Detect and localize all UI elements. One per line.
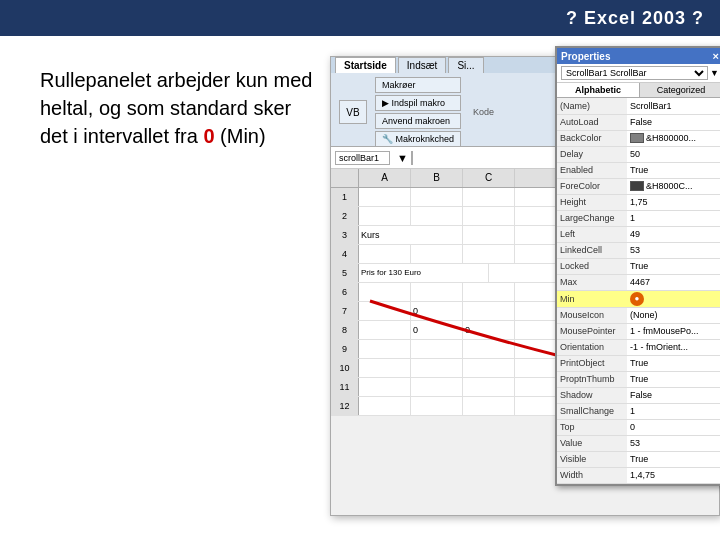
- prop-value[interactable]: 1: [627, 403, 720, 419]
- cell[interactable]: [411, 397, 463, 415]
- cell[interactable]: [463, 340, 515, 358]
- props-dropdown: ScrollBar1 ScrollBar ▼: [557, 64, 720, 83]
- cell[interactable]: [463, 378, 515, 396]
- text-paren: (Min): [215, 125, 266, 147]
- btn-indspil[interactable]: ▶ Indspil makro: [375, 95, 461, 111]
- prop-value[interactable]: 50: [627, 146, 720, 162]
- header-bar: ? Excel 2003 ?: [0, 0, 720, 36]
- prop-value[interactable]: 1 - fmMousePo...: [627, 323, 720, 339]
- tab-indsaet[interactable]: Indsæt: [398, 57, 447, 73]
- list-item: ForeColor &H8000C...: [557, 178, 720, 194]
- props-close-button[interactable]: ×: [713, 50, 719, 62]
- btn-anvend[interactable]: Anvend makroen: [375, 113, 461, 129]
- prop-name: Locked: [557, 258, 627, 274]
- prop-name: Left: [557, 226, 627, 242]
- prop-name: PrintObject: [557, 355, 627, 371]
- cell[interactable]: [463, 283, 515, 301]
- prop-name: ProptnThumb: [557, 371, 627, 387]
- main-text: Rullepanelet arbejder kun med heltal, og…: [40, 66, 360, 150]
- prop-value[interactable]: True: [627, 451, 720, 467]
- tab-categorized[interactable]: Categorized: [640, 83, 720, 97]
- list-item: ProptnThumb True: [557, 371, 720, 387]
- cell[interactable]: [411, 359, 463, 377]
- props-object-select[interactable]: ScrollBar1 ScrollBar: [561, 66, 708, 80]
- cell[interactable]: [463, 226, 515, 244]
- tab-sidelayout[interactable]: Si...: [448, 57, 483, 73]
- list-item: Orientation -1 - fmOrient...: [557, 339, 720, 355]
- text-line3: det i intervallet fra: [40, 125, 203, 147]
- list-item: Top 0: [557, 419, 720, 435]
- list-item: Locked True: [557, 258, 720, 274]
- list-item: Enabled True: [557, 162, 720, 178]
- list-item: MouseIcon (None): [557, 307, 720, 323]
- prop-value[interactable]: 4467: [627, 274, 720, 290]
- prop-name: Shadow: [557, 387, 627, 403]
- cell-c8[interactable]: 0: [463, 321, 515, 339]
- list-item: Max 4467: [557, 274, 720, 290]
- prop-value[interactable]: ●: [627, 290, 720, 307]
- list-item: SmallChange 1: [557, 403, 720, 419]
- cell[interactable]: [411, 207, 463, 225]
- prop-value[interactable]: 53: [627, 242, 720, 258]
- cell[interactable]: [411, 283, 463, 301]
- tab-alphabetic[interactable]: Alphabetic: [557, 83, 640, 97]
- list-item: LinkedCell 53: [557, 242, 720, 258]
- prop-name: MouseIcon: [557, 307, 627, 323]
- text-line2: heltal, og som standard sker: [40, 97, 291, 119]
- prop-value[interactable]: True: [627, 258, 720, 274]
- prop-value[interactable]: 49: [627, 226, 720, 242]
- prop-value[interactable]: 0: [627, 419, 720, 435]
- cell[interactable]: [463, 302, 515, 320]
- prop-name: Height: [557, 194, 627, 210]
- cell[interactable]: [463, 397, 515, 415]
- prop-name: MousePointer: [557, 323, 627, 339]
- prop-value[interactable]: -1 - fmOrient...: [627, 339, 720, 355]
- cell-b8[interactable]: 0: [411, 321, 463, 339]
- col-header-c: C: [463, 169, 515, 187]
- zero-highlight: 0: [203, 125, 214, 147]
- cell[interactable]: [463, 359, 515, 377]
- prop-value[interactable]: 1,4,75: [627, 467, 720, 483]
- prop-name: BackColor: [557, 130, 627, 146]
- color-swatch: [630, 133, 644, 143]
- prop-name: Enabled: [557, 162, 627, 178]
- prop-name: SmallChange: [557, 403, 627, 419]
- list-item: Width 1,4,75: [557, 467, 720, 483]
- prop-value[interactable]: True: [627, 355, 720, 371]
- prop-name: Top: [557, 419, 627, 435]
- list-item: Value 53: [557, 435, 720, 451]
- prop-value[interactable]: 1,75: [627, 194, 720, 210]
- cell[interactable]: [411, 378, 463, 396]
- list-item: Left 49: [557, 226, 720, 242]
- prop-value[interactable]: False: [627, 114, 720, 130]
- col-header-b: B: [411, 169, 463, 187]
- prop-value[interactable]: (None): [627, 307, 720, 323]
- props-tabs: Alphabetic Categorized: [557, 83, 720, 98]
- prop-value[interactable]: True: [627, 162, 720, 178]
- list-item: LargeChange 1: [557, 210, 720, 226]
- cell[interactable]: [463, 207, 515, 225]
- cell[interactable]: [411, 340, 463, 358]
- formula-divider: [411, 151, 413, 165]
- min-indicator: ●: [630, 292, 644, 306]
- btn-makrokn[interactable]: 🔧 Makroknkched: [375, 131, 461, 147]
- cell[interactable]: [411, 245, 463, 263]
- prop-value[interactable]: &H8000C...: [627, 178, 720, 194]
- prop-value[interactable]: &H800000...: [627, 130, 720, 146]
- prop-name: LinkedCell: [557, 242, 627, 258]
- cell[interactable]: [411, 188, 463, 206]
- list-item: Height 1,75: [557, 194, 720, 210]
- props-dropdown-arrow: ▼: [710, 68, 719, 78]
- prop-value[interactable]: 53: [627, 435, 720, 451]
- prop-value[interactable]: True: [627, 371, 720, 387]
- prop-value[interactable]: False: [627, 387, 720, 403]
- cell[interactable]: [463, 188, 515, 206]
- prop-value[interactable]: 1: [627, 210, 720, 226]
- cell[interactable]: [463, 245, 515, 263]
- list-item-min: Min ●: [557, 290, 720, 307]
- prop-value[interactable]: ScrollBar1: [627, 98, 720, 114]
- cell-b7[interactable]: 0: [411, 302, 463, 320]
- prop-name: LargeChange: [557, 210, 627, 226]
- btn-makro1[interactable]: Makrøer: [375, 77, 461, 93]
- left-panel: Rullepanelet arbejder kun med heltal, og…: [0, 36, 380, 540]
